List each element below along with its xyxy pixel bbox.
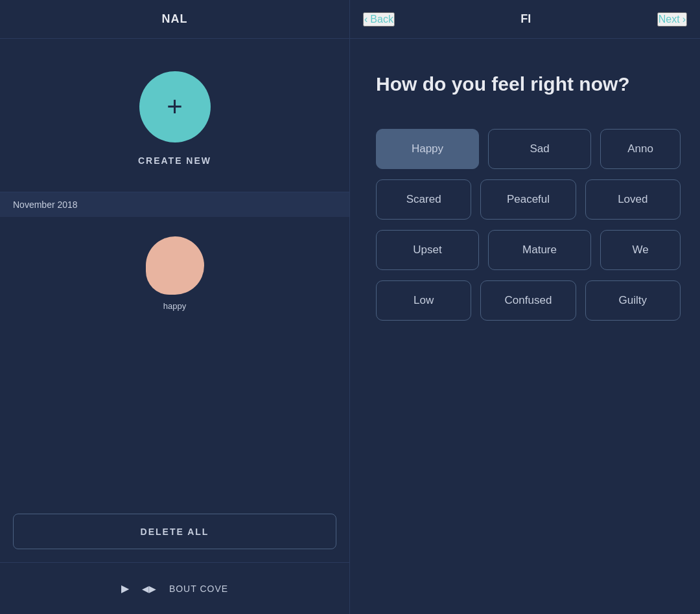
volume-icon[interactable]: ◀▶ bbox=[142, 584, 156, 594]
delete-all-label: DELETE ALL bbox=[141, 527, 209, 537]
emotion-confused-button[interactable]: Confused bbox=[480, 280, 576, 321]
plus-icon: + bbox=[167, 93, 183, 120]
left-header-title: NAL bbox=[162, 12, 188, 26]
back-button[interactable]: ‹ Back bbox=[363, 12, 395, 27]
emotion-loved-button[interactable]: Loved bbox=[585, 179, 681, 220]
emotion-peaceful-label: Peaceful bbox=[507, 193, 550, 206]
delete-all-button[interactable]: DELETE ALL bbox=[13, 514, 336, 549]
left-panel: NAL + CREATE NEW November 2018 happy DEL… bbox=[0, 0, 350, 614]
next-button[interactable]: Next › bbox=[657, 12, 687, 27]
play-icon[interactable]: ▶ bbox=[121, 582, 129, 595]
next-chevron-icon: › bbox=[682, 14, 686, 25]
month-label: November 2018 bbox=[13, 199, 78, 210]
emotion-peaceful-button[interactable]: Peaceful bbox=[480, 179, 576, 220]
create-new-section: + CREATE NEW bbox=[0, 39, 349, 192]
emotion-scared-label: Scared bbox=[406, 193, 441, 206]
emotion-low-button[interactable]: Low bbox=[376, 280, 471, 321]
emotion-scared-button[interactable]: Scared bbox=[376, 179, 471, 220]
emotion-row-1: Happy Sad Anno bbox=[376, 129, 681, 169]
emotion-low-label: Low bbox=[414, 294, 434, 307]
left-header: NAL bbox=[0, 0, 349, 39]
bottom-bar-text: BOUT COVE bbox=[169, 584, 228, 594]
right-header-title: FI bbox=[520, 12, 531, 26]
emotion-row-2: Scared Peaceful Loved bbox=[376, 179, 681, 220]
emotion-happy-label: Happy bbox=[412, 142, 443, 155]
avatar bbox=[146, 236, 204, 295]
emotion-upset-label: Upset bbox=[413, 244, 441, 256]
emotion-mature-button[interactable]: Mature bbox=[488, 230, 591, 270]
back-label: Back bbox=[370, 14, 393, 25]
next-label: Next bbox=[659, 14, 680, 25]
emotion-row-4: Low Confused Guilty bbox=[376, 280, 681, 321]
emotion-row-3: Upset Mature We bbox=[376, 230, 681, 270]
create-new-button[interactable]: + bbox=[139, 71, 211, 142]
emotion-we-label: We bbox=[632, 244, 648, 256]
right-header: ‹ Back FI Next › bbox=[350, 0, 700, 39]
create-new-label: CREATE NEW bbox=[138, 155, 211, 166]
emotion-annoyed-button[interactable]: Anno bbox=[600, 129, 681, 169]
emotion-sad-button[interactable]: Sad bbox=[488, 129, 591, 169]
right-content: How do you feel right now? Happy Sad Ann… bbox=[350, 39, 700, 614]
emotion-guilty-button[interactable]: Guilty bbox=[585, 280, 681, 321]
back-chevron-icon: ‹ bbox=[364, 14, 368, 25]
emotion-annoyed-label: Anno bbox=[627, 142, 653, 155]
month-section: November 2018 bbox=[0, 192, 349, 217]
bottom-bar: ▶ ◀▶ BOUT COVE bbox=[0, 562, 349, 614]
emotion-loved-label: Loved bbox=[618, 193, 648, 206]
emotion-we-button[interactable]: We bbox=[600, 230, 681, 270]
emotion-upset-button[interactable]: Upset bbox=[376, 230, 479, 270]
emotion-happy-button[interactable]: Happy bbox=[376, 129, 479, 169]
emotion-guilty-label: Guilty bbox=[619, 294, 647, 307]
emotion-sad-label: Sad bbox=[530, 142, 549, 155]
entry-item[interactable]: happy bbox=[146, 217, 204, 324]
emotion-grid: Happy Sad Anno Scared Peaceful Loved bbox=[376, 129, 681, 321]
emotion-mature-label: Mature bbox=[522, 244, 557, 256]
entry-label: happy bbox=[163, 301, 186, 311]
right-panel: ‹ Back FI Next › How do you feel right n… bbox=[350, 0, 700, 614]
emotion-confused-label: Confused bbox=[505, 294, 552, 307]
question-title: How do you feel right now? bbox=[376, 71, 681, 97]
